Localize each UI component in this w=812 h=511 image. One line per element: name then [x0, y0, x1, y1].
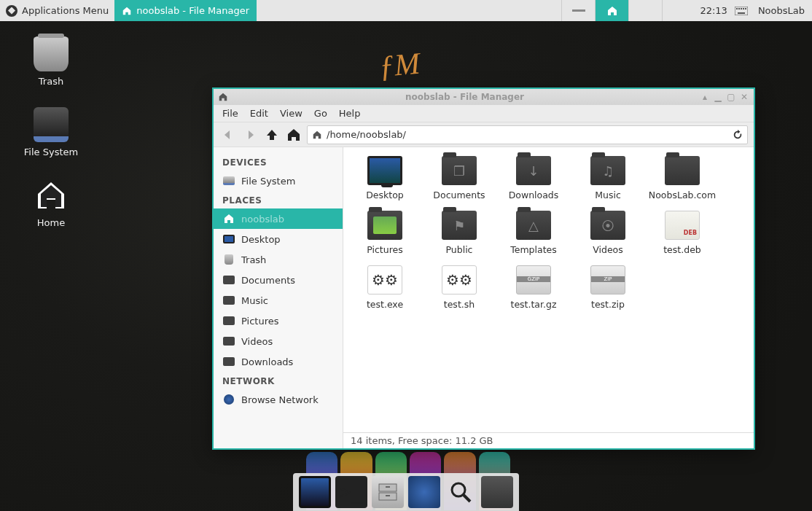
menu-file[interactable]: File [218, 106, 243, 120]
window-maximize-button[interactable]: ▢ [726, 92, 736, 102]
sidebar-item-music[interactable]: Music [214, 290, 343, 311]
menu-edit[interactable]: Edit [246, 106, 273, 120]
keyboard-icon [735, 7, 748, 15]
home-icon [312, 130, 322, 140]
sidebar-item-filesystem[interactable]: File System [214, 171, 343, 191]
window-stick-button[interactable]: ▴ [700, 92, 710, 102]
home-icon [34, 178, 69, 213]
clock[interactable]: 22:13 [695, 5, 731, 16]
address-bar[interactable]: /home/noobslab/ [307, 125, 748, 144]
file-item[interactable]: ⦿Videos [571, 211, 645, 255]
folder-icon [222, 355, 235, 368]
dock-display-settings[interactable] [299, 476, 331, 508]
sidebar-item-noobslab[interactable]: noobslab [214, 208, 343, 229]
sidebar-item-label: Desktop [241, 234, 281, 245]
file-grid[interactable]: Desktop❐Documents↓Downloads♫MusicNoobsLa… [343, 147, 754, 432]
folder-icon [222, 314, 235, 327]
search-icon [448, 480, 473, 504]
applications-menu-button[interactable]: Applications Menu [0, 0, 114, 21]
file-item[interactable]: GZIPtest.tar.gz [496, 265, 571, 310]
sidebar-item-desktop[interactable]: Desktop [214, 229, 343, 249]
window-close-button[interactable]: ✕ [739, 92, 749, 102]
file-item[interactable]: Pictures [348, 211, 422, 255]
desktop-icon-home[interactable]: Home [22, 178, 80, 228]
monitor-icon [222, 233, 235, 246]
package-label: DEB [684, 230, 697, 236]
nav-forward-button[interactable] [241, 126, 259, 144]
sidebar-item-downloads[interactable]: Downloads [214, 351, 343, 372]
file-item-label: Public [422, 244, 496, 255]
distro-logo-icon [6, 5, 17, 17]
dock-terminal[interactable]: >_ [335, 476, 367, 508]
file-item[interactable]: NoobsLab.com [645, 156, 719, 200]
desktop-icon-filesystem[interactable]: File System [22, 107, 80, 157]
file-item[interactable]: ⚙⚙test.sh [422, 265, 496, 310]
refresh-icon [733, 130, 743, 140]
refresh-button[interactable] [733, 130, 743, 140]
workspace-3[interactable] [628, 0, 662, 21]
file-item[interactable]: ↓Downloads [496, 156, 571, 200]
globe-icon [222, 393, 235, 406]
arrow-right-icon [243, 128, 257, 142]
dock-folder[interactable] [481, 476, 513, 508]
folder-glyph-icon: ⦿ [590, 211, 625, 240]
desktop-icon-trash[interactable]: Trash [22, 36, 80, 87]
drive-icon [34, 107, 69, 142]
file-item[interactable]: ⚑Public [422, 211, 496, 255]
file-manager-window: noobslab - File Manager ▴ ▁ ▢ ✕ File Edi… [212, 87, 755, 450]
sidebar-item-label: Downloads [241, 356, 293, 367]
window-minimize-button[interactable]: ▁ [713, 92, 723, 102]
archive-icon: ZIP [590, 265, 625, 294]
archive-label: GZIP [517, 276, 550, 282]
svg-rect-1 [736, 8, 738, 9]
file-item[interactable]: DEBtest.deb [645, 211, 719, 255]
sidebar-item-label: Pictures [241, 316, 278, 327]
file-item-label: Desktop [348, 190, 422, 200]
window-titlebar[interactable]: noobslab - File Manager ▴ ▁ ▢ ✕ [214, 89, 754, 105]
folder-icon: ⚑ [442, 211, 477, 240]
user-menu[interactable]: NoobsLab [751, 5, 812, 16]
nav-up-button[interactable] [263, 126, 281, 144]
menubar: File Edit View Go Help [214, 105, 754, 122]
dock-web-browser[interactable] [408, 476, 440, 508]
sidebar-item-label: Music [241, 295, 268, 306]
nav-home-button[interactable] [285, 126, 302, 144]
file-item[interactable]: ⚙⚙test.exe [348, 265, 422, 310]
wallpaper-signature: ƒM [378, 46, 421, 85]
menu-help[interactable]: Help [335, 106, 365, 120]
file-item[interactable]: ♫Music [571, 156, 645, 200]
file-item-label: test.tar.gz [496, 299, 571, 310]
file-item-label: NoobsLab.com [645, 190, 719, 200]
sidebar-header-devices: DEVICES [214, 153, 343, 171]
sidebar-item-trash[interactable]: Trash [214, 249, 343, 270]
taskbar-entry-filemanager[interactable]: noobslab - File Manager [114, 0, 257, 21]
dock-search[interactable] [445, 476, 477, 508]
workspace-1[interactable] [561, 0, 595, 21]
menu-go[interactable]: Go [310, 106, 332, 120]
svg-rect-5 [745, 8, 746, 9]
file-item[interactable]: Desktop [348, 156, 422, 200]
nav-back-button[interactable] [219, 126, 237, 144]
trash-icon [222, 253, 235, 266]
dock-file-manager[interactable] [372, 476, 404, 508]
file-item[interactable]: △Templates [496, 211, 571, 255]
folder-glyph-icon: ⚑ [442, 211, 477, 240]
sidebar-item-browse-network[interactable]: Browse Network [214, 389, 343, 410]
file-item[interactable]: ZIPtest.zip [571, 265, 645, 310]
monitor-icon [367, 156, 402, 185]
workspace-4[interactable] [662, 0, 695, 21]
file-item[interactable]: ❐Documents [422, 156, 496, 200]
executable-icon: ⚙⚙ [442, 265, 477, 294]
keyboard-indicator[interactable] [732, 7, 751, 15]
sidebar-item-pictures[interactable]: Pictures [214, 311, 343, 331]
folder-glyph-icon: ↓ [516, 156, 551, 185]
sidebar-item-documents[interactable]: Documents [214, 270, 343, 290]
menu-view[interactable]: View [276, 106, 307, 120]
package-icon: DEB [665, 211, 700, 240]
sidebar-item-videos[interactable]: Videos [214, 331, 343, 351]
executable-icon: ⚙⚙ [367, 265, 402, 294]
arrow-up-icon [265, 128, 279, 142]
desktop-icon-label: Home [22, 217, 80, 228]
file-item-label: Music [571, 190, 645, 200]
workspace-2[interactable] [595, 0, 628, 21]
